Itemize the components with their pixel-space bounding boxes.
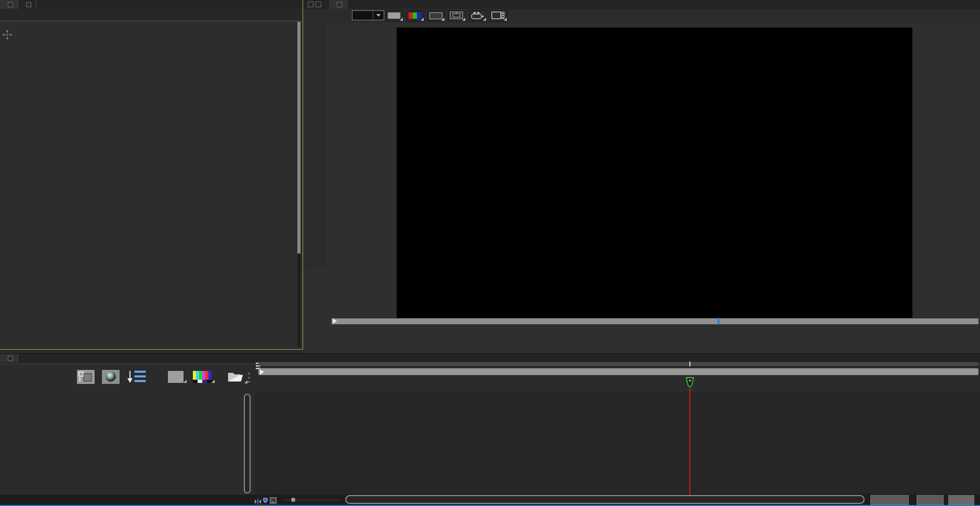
tab-timeline[interactable] [0,354,18,363]
timeline-horizontal-scrollbar[interactable] [345,495,865,504]
minimap-playhead-tick [689,362,690,366]
tab-controls[interactable] [0,0,18,9]
chevron-down-icon [373,11,384,20]
alpha-view-button[interactable] [427,10,445,21]
scrubber-ruler [331,326,979,329]
channels-rgb-button[interactable] [407,10,424,21]
composite-canvas[interactable] [397,28,912,319]
timeline-vertical-scrollbar[interactable] [244,394,251,494]
viewer-toolbar [326,9,980,23]
scrubber-current-time-tick [717,318,720,324]
composite-view-icon[interactable] [77,370,95,384]
tab-text[interactable] [18,0,36,9]
color-bars-media-icon[interactable] [193,371,212,383]
solid-color-media-icon[interactable] [168,371,184,383]
viewer-tabbar [303,0,980,9]
timeline-ruler[interactable] [255,377,980,393]
filmstrip-button[interactable] [490,10,507,21]
controls-panel [0,0,303,350]
bottom-bar: 1 [0,495,980,505]
transform-group-icon [3,30,12,42]
controls-subtabbar [0,9,303,21]
flipbook-preview-button[interactable] [469,10,487,21]
fx-browser-button[interactable] [870,495,909,505]
panel-dock-box-1[interactable] [308,2,313,7]
toolbar-drag-handle[interactable] [248,372,251,386]
tab-timeline-checkbox[interactable] [8,356,13,361]
viewer-scrubber-bar[interactable] [331,318,979,325]
controls-scrollbar-thumb[interactable] [297,22,300,254]
tab-text-checkbox[interactable] [26,2,31,7]
apply-button[interactable] [948,495,974,505]
panel-dock-box-2[interactable] [316,2,321,7]
scrubber-handle[interactable] [333,318,337,324]
pan-bar-marker[interactable] [260,369,264,375]
sphere-preview-icon[interactable] [102,370,120,384]
svg-text:1: 1 [272,499,275,503]
cancel-button[interactable] [917,495,944,505]
loading-bar-graphic [397,28,912,319]
composite-viewer [303,0,980,353]
playhead-line [689,388,690,495]
tab-composite[interactable] [329,0,347,9]
track-bars-area [255,393,980,497]
view-mode-button[interactable] [386,10,403,21]
track-name-column [0,393,255,497]
timeline-pan-bar[interactable] [258,368,978,375]
import-folder-icon[interactable] [227,370,244,383]
tab-controls-checkbox[interactable] [8,2,13,7]
timeline-zoom-slider-thumb[interactable] [291,498,295,502]
zoom-level-dropdown[interactable] [352,10,384,20]
playhead-marker[interactable] [685,377,695,392]
timeline-panel [0,353,980,495]
add-track-icon[interactable] [127,370,147,384]
timeline-minimap-track[interactable] [258,362,978,366]
controls-tabbar [0,0,303,9]
tab-composite-checkbox[interactable] [337,2,342,7]
viewer-tool-column [303,9,326,269]
safe-area-button[interactable] [448,10,466,21]
